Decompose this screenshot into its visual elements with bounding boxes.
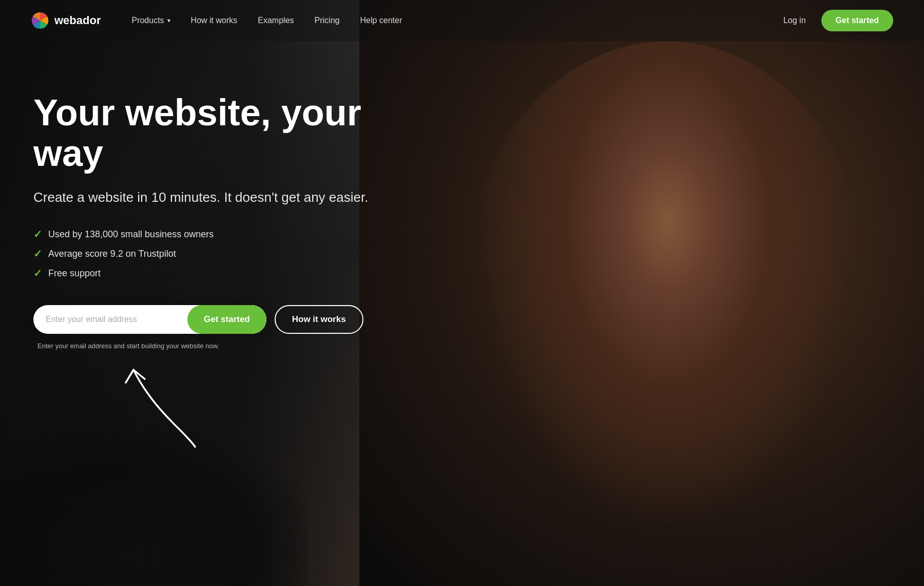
- nav-get-started-button[interactable]: Get started: [821, 10, 893, 31]
- brand-name: webador: [54, 14, 101, 27]
- feature-text-2: Average score 9.2 on Trustpilot: [48, 249, 176, 259]
- hero-subtitle: Create a website in 10 minutes. It doesn…: [33, 188, 403, 207]
- check-icon-3: ✓: [33, 267, 42, 279]
- nav-pricing[interactable]: Pricing: [315, 16, 340, 25]
- cta-hint-text: Enter your email address and start build…: [33, 342, 403, 350]
- check-icon-1: ✓: [33, 228, 42, 240]
- get-started-button[interactable]: Get started: [187, 305, 266, 334]
- feature-text-3: Free support: [48, 268, 101, 279]
- hero-content: Your website, your way Create a website …: [33, 92, 403, 350]
- nav-examples[interactable]: Examples: [258, 16, 294, 25]
- email-form: Get started: [33, 305, 266, 334]
- feature-item-2: ✓ Average score 9.2 on Trustpilot: [33, 248, 403, 260]
- logo[interactable]: webador: [31, 11, 101, 30]
- hero-features-list: ✓ Used by 138,000 small business owners …: [33, 228, 403, 279]
- login-link[interactable]: Log in: [783, 16, 806, 25]
- nav-how-it-works[interactable]: How it works: [191, 16, 238, 25]
- curved-arrow-icon: [103, 360, 216, 462]
- check-icon-2: ✓: [33, 248, 42, 260]
- cta-area: Get started How it works: [33, 305, 403, 334]
- nav-products[interactable]: Products ▾: [131, 16, 170, 25]
- products-dropdown-arrow: ▾: [167, 17, 170, 24]
- logo-icon: [31, 11, 49, 30]
- feature-text-1: Used by 138,000 small business owners: [48, 229, 214, 240]
- nav-links: Products ▾ How it works Examples Pricing…: [131, 16, 783, 25]
- how-it-works-button[interactable]: How it works: [275, 305, 363, 334]
- navbar: webador Products ▾ How it works Examples…: [0, 0, 924, 41]
- hero-title: Your website, your way: [33, 92, 403, 174]
- nav-actions: Log in Get started: [783, 10, 893, 31]
- email-input[interactable]: [33, 305, 187, 334]
- feature-item-1: ✓ Used by 138,000 small business owners: [33, 228, 403, 240]
- feature-item-3: ✓ Free support: [33, 267, 403, 279]
- nav-help-center[interactable]: Help center: [360, 16, 402, 25]
- decorative-arrow: [103, 360, 216, 464]
- person-photo: [462, 41, 873, 555]
